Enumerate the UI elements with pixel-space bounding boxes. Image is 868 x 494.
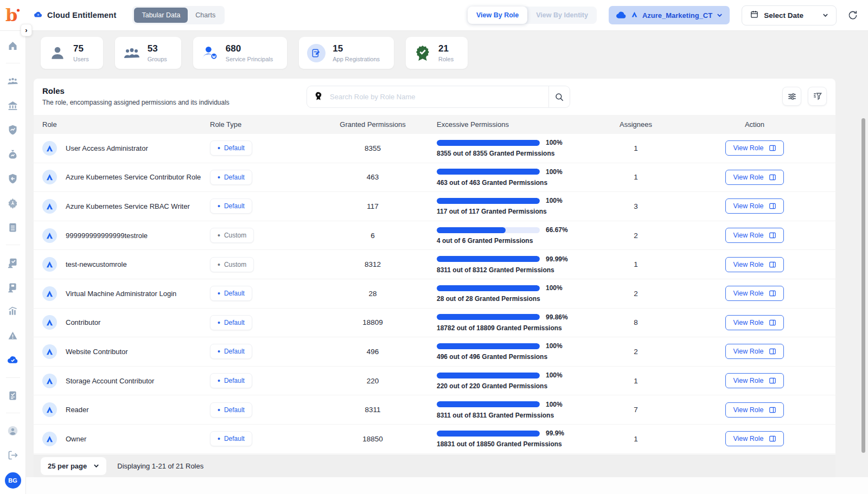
excessive-permissions-bar bbox=[437, 285, 540, 291]
view-role-button[interactable]: View Role bbox=[725, 431, 783, 446]
excessive-detail: 18782 out of 18809 Granted Permissions bbox=[437, 324, 598, 332]
excessive-permissions-bar bbox=[437, 256, 540, 262]
role-type-badge: •Default bbox=[210, 170, 252, 185]
assignees-value: 1 bbox=[598, 435, 674, 443]
column-role[interactable]: Role bbox=[34, 120, 205, 129]
profile-icon[interactable] bbox=[6, 424, 20, 438]
view-role-button[interactable]: View Role bbox=[725, 140, 783, 156]
identities-icon[interactable] bbox=[6, 74, 20, 88]
view-role-button[interactable]: View Role bbox=[725, 315, 783, 330]
open-panel-icon bbox=[769, 232, 776, 239]
access-builder-icon[interactable] bbox=[6, 171, 20, 185]
identity-card-icon[interactable] bbox=[6, 280, 20, 294]
role-type-badge: •Default bbox=[210, 402, 252, 418]
analytics-icon[interactable] bbox=[6, 304, 20, 318]
logout-icon[interactable] bbox=[6, 448, 20, 462]
view-role-button[interactable]: View Role bbox=[725, 257, 783, 272]
per-page-select[interactable]: 25 per page bbox=[41, 457, 106, 475]
app-registrations-count: 15 bbox=[333, 43, 380, 54]
home-icon[interactable] bbox=[6, 39, 20, 53]
view-role-button[interactable]: View Role bbox=[725, 286, 783, 301]
view-role-button[interactable]: View Role bbox=[725, 198, 783, 214]
view-role-button[interactable]: View Role bbox=[725, 373, 783, 388]
column-role-type[interactable]: Role Type bbox=[205, 120, 332, 129]
search-input[interactable] bbox=[330, 93, 542, 101]
roles-badge-icon bbox=[414, 44, 431, 62]
cloud-entitlement-nav-icon[interactable] bbox=[6, 353, 20, 367]
user-avatar[interactable]: BG bbox=[5, 472, 21, 489]
role-name: test-newcustomrole bbox=[66, 260, 127, 268]
open-panel-icon bbox=[769, 202, 776, 210]
table-row: Website Contributor •Default 496 100% 49… bbox=[34, 337, 835, 367]
role-type-badge: •Custom bbox=[210, 257, 254, 272]
main-content: 75Users 53Groups 680Service Principals 1… bbox=[26, 31, 868, 477]
user-icon bbox=[49, 44, 66, 62]
column-granted-permissions[interactable]: Granted Permissions bbox=[332, 120, 413, 129]
divider bbox=[6, 377, 20, 378]
table-row: Reader •Default 8311 100% 8311 out of 83… bbox=[34, 395, 835, 425]
excessive-permissions-bar bbox=[437, 373, 540, 378]
organization-icon[interactable] bbox=[6, 98, 20, 112]
tenant-selector[interactable]: Azure_Marketing_CT bbox=[609, 6, 730, 24]
view-role-button[interactable]: View Role bbox=[725, 170, 783, 185]
azure-icon bbox=[42, 228, 57, 243]
refresh-button[interactable] bbox=[847, 10, 858, 21]
table-header: Role Role Type Granted Permissions Exces… bbox=[34, 115, 835, 134]
insights-shield-icon[interactable] bbox=[6, 123, 20, 137]
search-button[interactable] bbox=[549, 86, 570, 108]
view-role-button[interactable]: View Role bbox=[725, 228, 783, 243]
excessive-detail: 220 out of 220 Granted Permissions bbox=[437, 382, 598, 390]
azure-icon bbox=[42, 199, 57, 214]
tenant-name: Azure_Marketing_CT bbox=[642, 11, 712, 20]
azure-icon bbox=[42, 286, 57, 301]
excessive-permissions-bar bbox=[437, 431, 540, 437]
column-assignees[interactable]: Assignees bbox=[598, 120, 674, 129]
summary-cards: 75Users 53Groups 680Service Principals 1… bbox=[26, 31, 868, 69]
workflows-gear-icon[interactable] bbox=[6, 196, 20, 210]
excessive-percent: 100% bbox=[546, 139, 563, 146]
brand-logo[interactable]: b bbox=[0, 5, 26, 25]
granted-permissions-value: 463 bbox=[332, 173, 413, 181]
risk-alerts-icon[interactable] bbox=[6, 329, 20, 343]
excessive-permissions-bar bbox=[437, 343, 540, 349]
tab-charts[interactable]: Charts bbox=[188, 8, 223, 23]
open-panel-icon bbox=[769, 261, 776, 268]
service-principals-card: 680Service Principals bbox=[193, 37, 287, 69]
column-settings-button[interactable] bbox=[782, 87, 801, 106]
column-excessive-permissions[interactable]: Excessive Permissions bbox=[413, 120, 598, 129]
granted-permissions-value: 6 bbox=[332, 232, 413, 240]
roles-panel-title: Roles bbox=[42, 86, 65, 95]
assignees-value: 1 bbox=[598, 260, 674, 268]
view-by-identity-button[interactable]: View By Identity bbox=[527, 7, 597, 24]
role-type-badge: •Default bbox=[210, 373, 252, 388]
app-registration-icon bbox=[307, 44, 326, 62]
azure-icon bbox=[42, 432, 57, 446]
sidebar-expand-button[interactable]: › bbox=[21, 24, 32, 36]
select-date-button[interactable]: Select Date bbox=[742, 5, 837, 25]
role-name: Website Contributor bbox=[66, 348, 128, 356]
role-name: Virtual Machine Administrator Login bbox=[66, 290, 176, 298]
view-by-role-button[interactable]: View By Role bbox=[468, 7, 527, 24]
view-role-button[interactable]: View Role bbox=[725, 402, 783, 418]
role-name: Azure Kubernetes Service Contributor Rol… bbox=[66, 173, 201, 181]
excessive-detail: 28 out of 28 Granted Permissions bbox=[437, 295, 598, 303]
role-name: Owner bbox=[66, 435, 86, 443]
reports-icon[interactable] bbox=[6, 220, 20, 234]
azure-icon bbox=[42, 315, 57, 330]
tab-tabular-data[interactable]: Tabular Data bbox=[134, 8, 188, 23]
tasks-icon[interactable] bbox=[6, 388, 20, 402]
role-type-badge: •Default bbox=[210, 431, 252, 446]
groups-icon bbox=[123, 44, 141, 62]
azure-icon bbox=[42, 170, 57, 184]
spend-icon[interactable] bbox=[6, 147, 20, 161]
pagination-bar: 25 per page Displaying 1-21 of 21 Roles bbox=[34, 454, 835, 477]
open-panel-icon bbox=[769, 377, 776, 384]
filter-button[interactable] bbox=[808, 87, 827, 106]
page-title: Cloud Entitlement bbox=[47, 11, 116, 20]
column-action[interactable]: Action bbox=[674, 120, 835, 129]
role-name: User Access Administrator bbox=[66, 144, 148, 152]
roles-panel-subtitle: The role, encompassing assigned permissi… bbox=[42, 99, 229, 106]
vertical-scrollbar[interactable] bbox=[861, 118, 865, 453]
view-role-button[interactable]: View Role bbox=[725, 344, 783, 359]
approvals-icon[interactable] bbox=[6, 255, 20, 270]
